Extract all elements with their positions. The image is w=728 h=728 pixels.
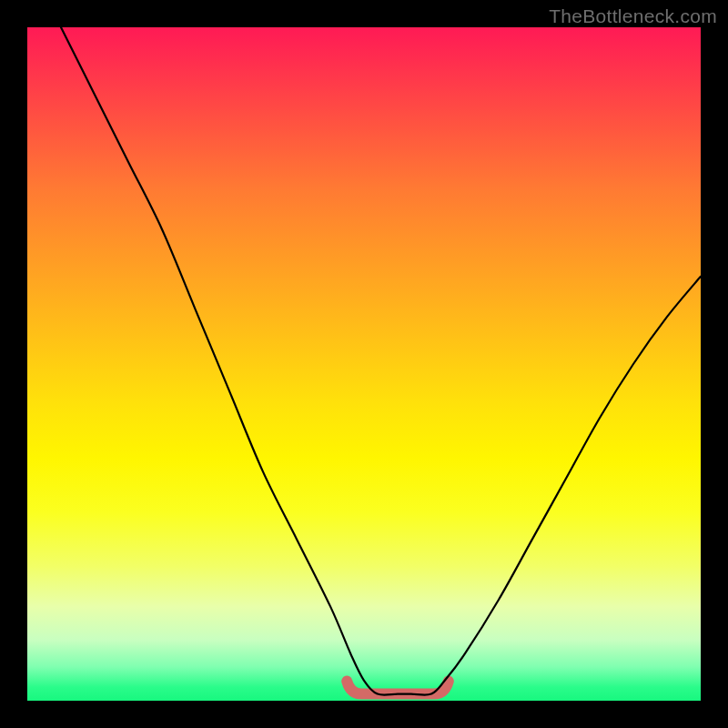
plot-area xyxy=(27,27,701,701)
bottleneck-curve xyxy=(61,27,701,695)
watermark-text: TheBottleneck.com xyxy=(549,5,717,27)
chart-frame: TheBottleneck.com xyxy=(0,0,728,728)
curve-svg xyxy=(27,27,701,701)
